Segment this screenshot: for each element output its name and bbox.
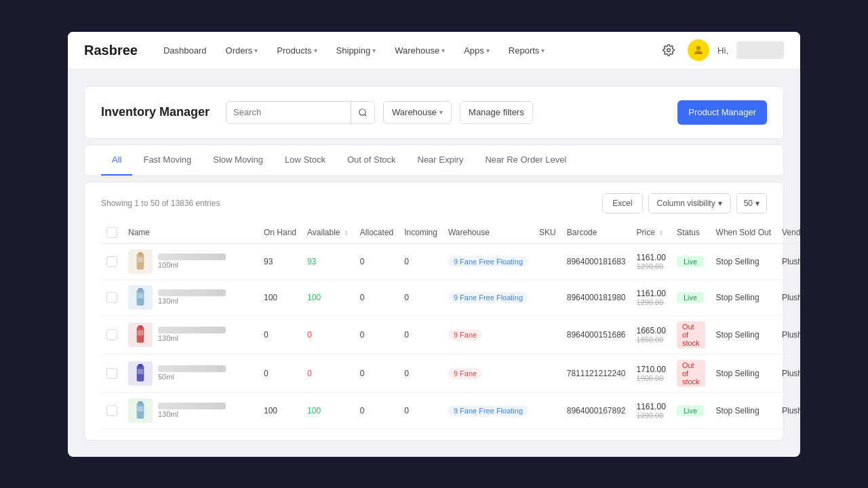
row-checkbox[interactable] [106,292,117,303]
vendor-value: Plushr [776,392,800,428]
col-available[interactable]: Available ⇕ [302,222,355,244]
svg-rect-9 [138,293,144,298]
available-value: 100 [302,392,355,428]
tab-low-stock[interactable]: Low Stock [274,145,336,176]
price-value: 1161.00 1290.00 [631,279,671,315]
column-visibility-button[interactable]: Column visibility ▾ [648,193,731,214]
allocated-value: 0 [355,315,399,354]
product-thumbnail [128,323,153,347]
svg-rect-17 [138,401,142,404]
table-area: Showing 1 to 50 of 13836 entries Excel C… [84,182,784,441]
row-checkbox[interactable] [106,405,117,416]
manage-filters-button[interactable]: Manage filters [460,101,533,124]
product-image-icon [130,251,151,272]
sku-value [534,354,561,392]
svg-rect-14 [138,364,142,367]
tab-near-reorder[interactable]: Near Re Order Level [474,145,577,176]
search-input[interactable] [226,107,351,117]
row-checkbox[interactable] [106,329,117,340]
product-manager-button[interactable]: Product Manager [677,100,767,125]
incoming-value: 0 [399,354,443,392]
product-image-icon [130,325,151,345]
product-variant: 130ml [158,297,226,305]
settings-icon[interactable] [658,39,679,61]
inventory-header: Inventory Manager Warehouse ▾ Manage fil… [84,86,784,139]
nav-reports[interactable]: Reports ▾ [502,41,552,60]
col-vendor: Vendor [776,222,800,244]
tabs-bar: All Fast Moving Slow Moving Low Stock Ou… [84,144,784,176]
barcode-value: 8964000181683 [561,243,631,279]
page-content: Inventory Manager Warehouse ▾ Manage fil… [68,70,800,457]
product-variant: 130ml [158,410,226,418]
inventory-table: Name On Hand Available ⇕ Allocated Incom… [101,222,800,429]
svg-rect-12 [138,330,144,336]
per-page-chevron-icon: ▾ [755,199,760,208]
per-page-button[interactable]: 50 ▾ [736,193,767,214]
product-cell: 100ml [128,249,253,274]
tabs: All Fast Moving Slow Moving Low Stock Ou… [101,145,767,176]
product-variant: 50ml [158,373,226,381]
warehouse-chevron-icon: ▾ [439,108,443,116]
allocated-value: 0 [355,392,399,428]
svg-rect-11 [138,325,142,328]
reports-chevron-icon: ▾ [541,47,545,54]
status-value: Out of stock [671,354,711,392]
tab-fast-moving[interactable]: Fast Moving [132,145,202,176]
when-sold-out-value: Stop Selling [711,279,776,315]
warehouse-value: 9 Fane Free Floating [443,279,534,315]
when-sold-out-value: Stop Selling [711,243,776,279]
vendor-value: Plushr [776,354,800,392]
search-icon [358,108,368,117]
tab-near-expiry[interactable]: Near Expiry [407,145,475,176]
shipping-chevron-icon: ▾ [372,47,376,54]
svg-point-0 [667,49,671,52]
warehouse-filter-button[interactable]: Warehouse ▾ [383,101,452,124]
price-value: 1161.00 1290.00 [631,243,671,279]
barcode-value: 8964000167892 [561,392,631,428]
tab-out-of-stock[interactable]: Out of Stock [336,145,407,176]
allocated-value: 0 [355,279,399,315]
tab-all[interactable]: All [101,145,132,176]
product-variant: 130ml [158,334,226,342]
col-allocated: Allocated [355,222,399,244]
col-price[interactable]: Price ⇕ [631,222,671,244]
nav-products[interactable]: Products ▾ [270,41,323,60]
product-thumbnail [128,249,153,274]
table-row: 130ml 100 100 0 0 9 Fane Free Floating 8… [101,279,800,315]
nav-warehouse[interactable]: Warehouse ▾ [388,41,452,60]
sku-value [534,243,561,279]
svg-rect-18 [138,406,144,411]
nav-dashboard[interactable]: Dashboard [157,41,214,60]
tab-slow-moving[interactable]: Slow Moving [202,145,274,176]
product-variant: 100ml [158,261,226,269]
col-sku: SKU [534,222,561,244]
nav-orders[interactable]: Orders ▾ [219,41,265,60]
product-cell: 50ml [128,361,253,386]
price-value: 1710.00 1900.00 [631,354,671,392]
nav-apps[interactable]: Apps ▾ [457,41,496,60]
warehouse-value: 9 Fane [443,354,534,392]
svg-point-2 [359,108,366,115]
allocated-value: 0 [355,243,399,279]
product-thumbnail [128,399,153,423]
svg-point-1 [696,46,701,50]
nav-shipping[interactable]: Shipping ▾ [330,41,383,60]
excel-button[interactable]: Excel [602,193,642,214]
search-box [226,101,375,124]
available-value: 100 [302,279,355,315]
incoming-value: 0 [399,315,443,354]
row-checkbox[interactable] [106,256,117,267]
product-name [158,327,226,333]
col-on-hand[interactable]: On Hand [258,222,302,244]
on-hand-value: 0 [258,315,302,354]
avatar[interactable] [688,39,709,61]
search-button[interactable] [351,101,374,124]
incoming-value: 0 [399,243,443,279]
table-row: 130ml 100 100 0 0 9 Fane Free Floating 8… [101,392,800,428]
select-all-checkbox[interactable] [106,227,117,238]
status-value: Live [671,279,711,315]
on-hand-value: 100 [258,392,302,428]
nav-icons: Hi, [658,39,784,61]
incoming-value: 0 [399,279,443,315]
row-checkbox[interactable] [106,368,117,379]
